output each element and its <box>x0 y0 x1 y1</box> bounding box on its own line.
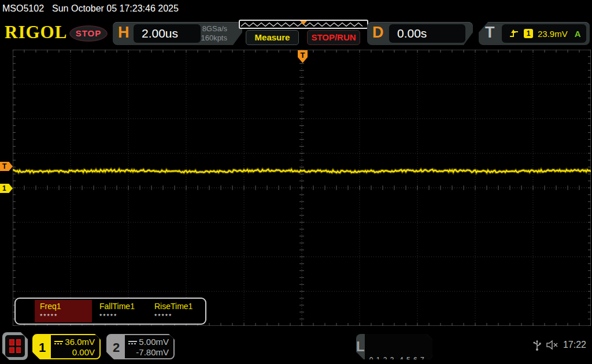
measurement-value: ***** <box>40 311 92 321</box>
measurement-panel: Freq1 ***** FallTime1 ***** RiseTime1 **… <box>14 298 206 325</box>
rigol-logo: RIGOL <box>5 22 67 43</box>
sample-rate: 8GSa/s <box>201 24 227 34</box>
datetime: Sun October 05 17:23:46 2025 <box>52 3 179 13</box>
delay-value: 0.00s <box>389 24 465 43</box>
apps-grid-icon[interactable] <box>2 332 28 360</box>
logic-channels-box[interactable]: L 0 1 2 3 4 5 6 7 8 9 1011 12131415 <box>356 334 432 359</box>
channel2-box[interactable]: 2 5.00mV -7.80mV <box>106 334 175 359</box>
measurement-falltime1[interactable]: FallTime1 ***** <box>94 300 151 322</box>
delay-label: D <box>372 24 384 42</box>
model-name: MSO5102 <box>2 3 44 13</box>
stop-run-button[interactable]: STOP/RUN <box>307 30 360 45</box>
waveform-preview-strip[interactable] <box>239 20 368 29</box>
dc-coupling-icon <box>54 340 63 346</box>
trigger-level-marker[interactable]: T <box>0 162 13 171</box>
channel2-scale: 5.00mV <box>139 337 169 347</box>
measurement-value: ***** <box>99 311 151 321</box>
clock: 17:22 <box>563 340 586 350</box>
horizontal-block[interactable]: H 2.00us 8GSa/s 160kpts <box>113 22 242 45</box>
speaker-muted-icon[interactable] <box>546 340 558 350</box>
channel2-offset: -7.80mV <box>128 347 169 358</box>
timebase-value: 2.00us <box>134 24 201 43</box>
channel1-scale: 36.0mV <box>65 337 95 347</box>
trigger-slope-icon <box>509 29 519 38</box>
horizontal-label: H <box>118 24 130 42</box>
logic-label: L <box>356 334 365 359</box>
memory-depth: 160kpts <box>201 34 227 43</box>
delay-display[interactable]: 0.00s <box>389 24 465 43</box>
logic-row1: 0 1 2 3 4 5 6 7 <box>369 355 432 359</box>
trigger-label: T <box>485 24 495 42</box>
measurement-freq1[interactable]: Freq1 ***** <box>35 300 92 322</box>
measurement-label: FallTime1 <box>99 302 151 311</box>
header-bar: RIGOL STOP H 2.00us 8GSa/s 160kpts Measu… <box>0 17 592 49</box>
channel1-number: 1 <box>34 335 51 358</box>
dc-coupling-icon <box>128 340 137 346</box>
run-state-badge: STOP <box>69 25 108 42</box>
channel1-ground-marker[interactable]: 1 <box>0 184 13 193</box>
acquisition-info: 8GSa/s 160kpts <box>201 24 227 43</box>
graticule <box>13 50 591 326</box>
measurement-risetime1[interactable]: RiseTime1 ***** <box>149 300 206 322</box>
trigger-source-badge: 1 <box>524 29 533 38</box>
usb-icon <box>533 339 541 351</box>
oscilloscope-screen: MSO5102Sun October 05 17:23:46 2025 RIGO… <box>0 0 592 364</box>
measurement-label: RiseTime1 <box>154 302 206 311</box>
measurement-value: ***** <box>154 311 206 321</box>
measure-button[interactable]: Measure <box>246 30 299 45</box>
measurement-label: Freq1 <box>40 302 92 311</box>
trigger-block[interactable]: T 1 23.9mV A <box>479 22 590 45</box>
title-bar: MSO5102Sun October 05 17:23:46 2025 <box>0 0 592 17</box>
channel2-number: 2 <box>108 335 125 358</box>
trigger-mode: A <box>575 29 581 39</box>
delay-block[interactable]: D 0.00s <box>367 22 473 45</box>
channel1-box[interactable]: 1 36.0mV 0.00V <box>32 334 101 359</box>
channel1-offset: 0.00V <box>54 347 95 358</box>
trigger-level-value: 23.9mV <box>538 29 568 39</box>
timebase-display[interactable]: 2.00us <box>134 24 201 43</box>
trigger-display[interactable]: 1 23.9mV A <box>502 24 586 43</box>
bottom-bar: 1 36.0mV 0.00V 2 5.00mV -7.80mV L 0 1 2 … <box>0 326 592 364</box>
channel1-trace <box>13 50 591 326</box>
